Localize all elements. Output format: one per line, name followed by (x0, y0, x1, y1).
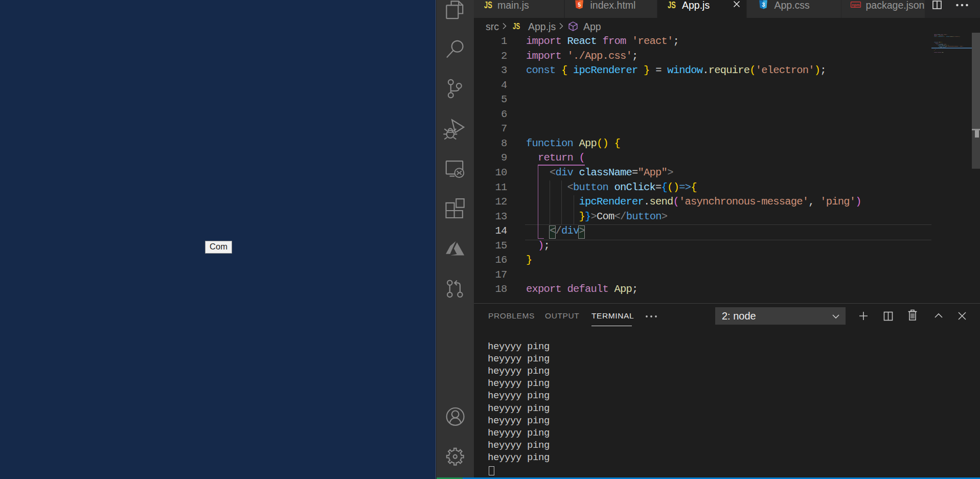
svg-text:3: 3 (762, 2, 765, 8)
svg-text:npm: npm (852, 3, 860, 7)
svg-text:5: 5 (578, 2, 581, 8)
